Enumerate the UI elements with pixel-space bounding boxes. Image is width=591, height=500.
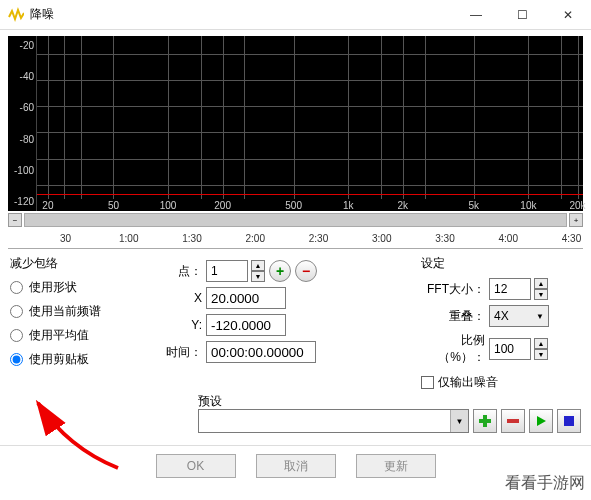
preset-row: ▼ [198,409,581,433]
close-button[interactable]: ✕ [545,0,591,30]
plot-area[interactable]: 20 50 100 200 500 1k 2k 5k 10k 20k [36,36,583,211]
ratio-label: 比例（%）： [421,332,485,366]
points-group: 点： 1 ▲▼ + − X Y: 时间： [160,255,411,391]
zoom-scrollbar[interactable]: − + [8,213,583,227]
remove-point-button[interactable]: − [295,260,317,282]
app-icon [8,7,24,23]
settings-title: 设定 [421,255,581,272]
ratio-input[interactable]: 100 [489,338,531,360]
stop-button[interactable] [557,409,581,433]
envelope-line [37,194,583,195]
y-tick: -40 [10,71,34,82]
x-tick: 1k [343,200,354,211]
y-tick: -20 [10,40,34,51]
fft-label: FFT大小： [421,281,485,298]
svg-rect-4 [564,416,574,426]
points-input[interactable]: 1 [206,260,248,282]
x-tick: 100 [160,200,177,211]
x-tick: 10k [520,200,536,211]
preset-label: 预设 [198,393,222,410]
maximize-button[interactable]: ☐ [499,0,545,30]
x-tick: 20 [42,200,53,211]
time-tick: 2:30 [309,233,328,244]
noise-only-checkbox[interactable]: 仅输出噪音 [421,374,581,391]
fft-spinner[interactable]: ▲▼ [534,278,548,300]
points-spinner[interactable]: ▲▼ [251,260,265,282]
time-tick: 1:30 [182,233,201,244]
y-tick: -60 [10,102,34,113]
y-tick: -100 [10,165,34,176]
spectrum-graph: -20 -40 -60 -80 -100 -120 20 50 100 200 … [8,36,583,211]
y-input[interactable] [206,314,286,336]
update-button[interactable]: 更新 [356,454,436,478]
preset-remove-button[interactable] [501,409,525,433]
cancel-button[interactable]: 取消 [256,454,336,478]
overlap-select[interactable]: 4X▼ [489,305,549,327]
window-title: 降噪 [30,6,453,23]
ok-button[interactable]: OK [156,454,236,478]
time-input[interactable] [206,341,316,363]
time-tick: 4:30 [562,233,581,244]
x-tick: 200 [214,200,231,211]
radio-use-average[interactable]: 使用平均值 [10,327,150,344]
chevron-down-icon: ▼ [450,410,468,432]
points-label: 点： [160,263,202,280]
time-tick: 4:00 [499,233,518,244]
x-tick: 50 [108,200,119,211]
radio-use-shape[interactable]: 使用形状 [10,279,150,296]
zoom-in-button[interactable]: + [569,213,583,227]
x-tick: 5k [469,200,480,211]
envelope-title: 减少包络 [10,255,150,272]
checkbox-icon [421,376,434,389]
zoom-out-button[interactable]: − [8,213,22,227]
radio-label: 使用形状 [29,279,77,296]
x-tick: 2k [398,200,409,211]
y-axis: -20 -40 -60 -80 -100 -120 [8,36,36,211]
fft-size-input[interactable]: 12 [489,278,531,300]
preset-add-button[interactable] [473,409,497,433]
time-ruler[interactable]: 30 1:00 1:30 2:00 2:30 3:00 3:30 4:00 4:… [8,227,583,249]
time-tick: 30 [60,233,71,244]
titlebar: 降噪 — ☐ ✕ [0,0,591,30]
time-tick: 3:00 [372,233,391,244]
radio-use-current-spectrum[interactable]: 使用当前频谱 [10,303,150,320]
preset-select[interactable]: ▼ [198,409,469,433]
time-label: 时间： [160,344,202,361]
y-tick: -80 [10,134,34,145]
x-tick: 20k [569,200,585,211]
scroll-track[interactable] [24,213,567,227]
ratio-spinner[interactable]: ▲▼ [534,338,548,360]
time-tick: 3:30 [435,233,454,244]
dialog-button-row: OK 取消 更新 [0,445,591,486]
play-button[interactable] [529,409,553,433]
chevron-down-icon: ▼ [536,312,544,321]
overlap-label: 重叠： [421,308,485,325]
minimize-button[interactable]: — [453,0,499,30]
svg-marker-3 [537,416,546,426]
time-tick: 2:00 [246,233,265,244]
radio-label: 使用平均值 [29,327,89,344]
settings-group: 设定 FFT大小： 12 ▲▼ 重叠： 4X▼ 比例（%）： 100 ▲▼ 仅输… [421,255,581,391]
svg-rect-1 [479,419,491,423]
time-tick: 1:00 [119,233,138,244]
radio-label: 使用当前频谱 [29,303,101,320]
add-point-button[interactable]: + [269,260,291,282]
y-label: Y: [160,318,202,332]
svg-rect-2 [507,419,519,423]
x-tick: 500 [285,200,302,211]
x-input[interactable] [206,287,286,309]
x-label: X [160,291,202,305]
watermark-text: 看看手游网 [505,473,585,494]
main-form: 减少包络 使用形状 使用当前频谱 使用平均值 使用剪贴板 点： 1 ▲▼ + −… [0,249,591,397]
radio-use-clipboard[interactable]: 使用剪贴板 [10,351,150,368]
envelope-group: 减少包络 使用形状 使用当前频谱 使用平均值 使用剪贴板 [10,255,150,391]
checkbox-label: 仅输出噪音 [438,374,498,391]
radio-label: 使用剪贴板 [29,351,89,368]
y-tick: -120 [10,196,34,207]
